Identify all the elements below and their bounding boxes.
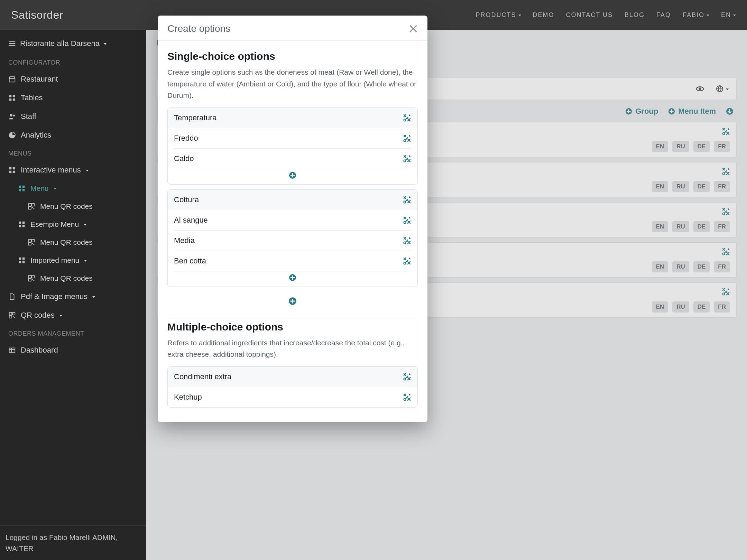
option-label: Freddo	[174, 134, 198, 143]
option-label: Caldo	[174, 154, 194, 163]
edit-group-button[interactable]	[403, 196, 411, 204]
modal-body: Single-choice options Create single opti…	[158, 41, 427, 422]
edit-group-button[interactable]	[403, 373, 411, 381]
edit-option-button[interactable]	[403, 134, 411, 142]
single-choice-description: Create single options such as the donene…	[167, 66, 418, 101]
option-row: Caldo	[174, 149, 411, 169]
single-choice-heading: Single-choice options	[167, 50, 418, 62]
add-single-group-button[interactable]	[288, 297, 297, 306]
option-row: Ben cotta	[174, 251, 411, 271]
option-group-name: Temperatura	[174, 113, 217, 122]
option-row: Al sangue	[174, 210, 411, 231]
multiple-choice-heading: Multiple-choice options	[167, 321, 418, 333]
option-group-header: Temperatura	[168, 108, 417, 128]
option-label: Al sangue	[174, 216, 208, 225]
option-group: Temperatura Freddo Caldo	[167, 108, 418, 185]
option-group-name: Cottura	[174, 195, 199, 204]
multiple-choice-description: Refers to additional ingredients that in…	[167, 337, 418, 360]
modal-title: Create options	[167, 23, 230, 34]
option-label: Ketchup	[174, 393, 202, 402]
edit-group-button[interactable]	[403, 114, 411, 122]
add-option-button[interactable]	[288, 273, 297, 282]
option-row: Ketchup	[174, 387, 411, 407]
section-divider	[167, 318, 418, 318]
add-option-button[interactable]	[288, 171, 297, 179]
option-row: Freddo	[174, 128, 411, 149]
option-group-header: Cottura	[168, 190, 417, 210]
close-button[interactable]	[409, 24, 418, 33]
modal-header: Create options	[158, 16, 427, 41]
edit-option-button[interactable]	[403, 155, 411, 163]
option-group-header: Condimenti extra	[168, 367, 417, 387]
option-row: Media	[174, 231, 411, 251]
create-options-modal: Create options Single-choice options Cre…	[158, 16, 427, 422]
option-group: Cottura Al sangue Media Ben cotta	[167, 189, 418, 287]
edit-option-button[interactable]	[403, 236, 411, 245]
edit-option-button[interactable]	[403, 393, 411, 401]
option-group: Condimenti extra Ketchup	[167, 366, 418, 408]
edit-option-button[interactable]	[403, 216, 411, 224]
option-label: Media	[174, 236, 195, 245]
option-label: Ben cotta	[174, 256, 206, 265]
edit-option-button[interactable]	[403, 257, 411, 265]
option-group-name: Condimenti extra	[174, 372, 231, 381]
